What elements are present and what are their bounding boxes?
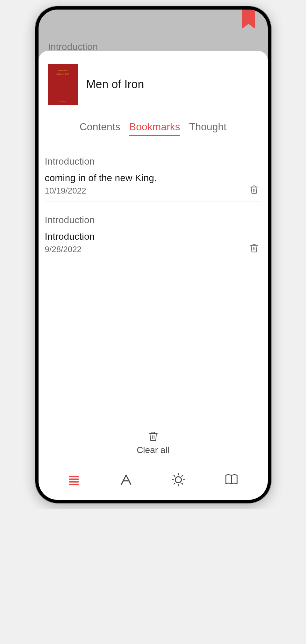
bookmark-text: Introduction (45, 231, 261, 242)
clear-all-button[interactable]: Clear all (39, 424, 268, 465)
bookmark-item[interactable]: Introduction coming in of the new King. … (45, 152, 261, 202)
bookmark-list: Introduction coming in of the new King. … (39, 139, 268, 424)
bookmark-chapter: Introduction (45, 156, 261, 167)
trash-icon (148, 430, 159, 442)
svg-line-10 (174, 475, 175, 476)
book-header: Howard Pyle Men of Iron BookBooks Men of… (39, 51, 268, 111)
bookmark-text: coming in of the new King. (45, 173, 261, 183)
font-icon (119, 473, 133, 487)
delete-bookmark-button[interactable] (249, 184, 259, 195)
bookmark-item[interactable]: Introduction Introduction 9/28/2022 (45, 211, 261, 260)
clear-all-label: Clear all (137, 445, 169, 455)
open-book-icon (224, 473, 239, 486)
bookmarks-sheet: Howard Pyle Men of Iron BookBooks Men of… (39, 51, 268, 500)
book-cover[interactable]: Howard Pyle Men of Iron BookBooks (48, 64, 78, 105)
nav-contents-button[interactable] (67, 473, 81, 486)
bookmark-date: 10/19/2022 (45, 186, 261, 196)
book-title: Men of Iron (86, 78, 144, 91)
tab-thought[interactable]: Thought (189, 121, 226, 136)
trash-icon (249, 243, 259, 253)
phone-frame: Introduction Howard Pyle Men of Iron Boo… (35, 6, 271, 503)
bookmark-ribbon-icon[interactable] (242, 10, 255, 29)
tabs-row: Contents Bookmarks Thought (39, 111, 268, 139)
nav-brightness-button[interactable] (171, 472, 186, 487)
phone-screen: Introduction Howard Pyle Men of Iron Boo… (39, 10, 268, 500)
bookmark-date: 9/28/2022 (45, 244, 261, 254)
menu-icon (67, 473, 81, 486)
brightness-icon (171, 472, 186, 487)
svg-line-13 (182, 475, 183, 476)
nav-book-button[interactable] (224, 473, 239, 486)
nav-font-button[interactable] (119, 473, 133, 487)
svg-line-11 (182, 483, 183, 484)
trash-icon (249, 184, 259, 195)
background-chapter-label: Introduction (48, 41, 98, 52)
cover-author: Howard Pyle (58, 69, 67, 71)
svg-point-5 (175, 477, 181, 483)
bookmark-chapter: Introduction (45, 215, 261, 225)
delete-bookmark-button[interactable] (249, 243, 259, 253)
cover-title: Men of Iron (56, 73, 69, 75)
svg-line-12 (174, 483, 175, 484)
cover-imprint: BookBooks (60, 100, 66, 102)
tab-bookmarks[interactable]: Bookmarks (129, 121, 180, 136)
tab-contents[interactable]: Contents (80, 121, 120, 136)
bottom-nav (39, 465, 268, 500)
